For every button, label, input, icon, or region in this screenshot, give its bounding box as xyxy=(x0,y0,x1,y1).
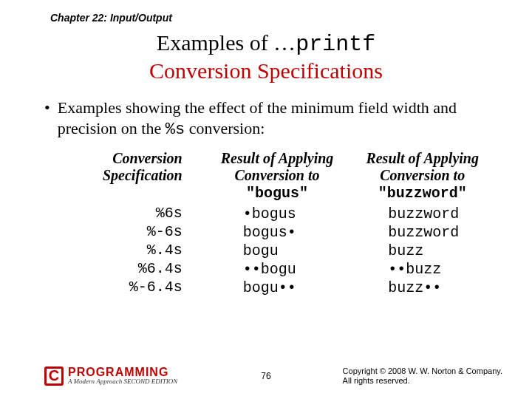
logo-subtitle: A Modern Approach SECOND EDITION xyxy=(68,378,177,385)
slide-title: Examples of …printf Conversion Specifica… xyxy=(0,30,532,84)
copyright-line: All rights reserved. xyxy=(343,376,410,385)
table-row: buzz xyxy=(349,242,495,260)
table-row: %6s xyxy=(59,204,205,222)
table-row: bogu•• xyxy=(205,279,350,297)
page-number: 76 xyxy=(261,371,270,381)
copyright: Copyright © 2008 W. W. Norton & Company.… xyxy=(343,366,502,386)
table-row: bogus• xyxy=(205,223,350,242)
col-bogus: Result of Applying Conversion to "bogus"… xyxy=(205,150,350,297)
head-text: Result of Applying xyxy=(366,150,479,166)
bullet-item: • Examples showing the effect of the min… xyxy=(44,98,502,140)
table-row: %-6s xyxy=(59,222,205,241)
col-buzzword: Result of Applying Conversion to "buzzwo… xyxy=(349,150,495,297)
bullet-text: Examples showing the effect of the minim… xyxy=(58,98,502,140)
head-text: Conversion to xyxy=(380,167,465,183)
table-row: %-6.4s xyxy=(59,278,205,296)
col-head-bogus: Result of Applying Conversion to "bogus" xyxy=(205,150,350,202)
bullet-part-b: conversion: xyxy=(185,119,265,137)
table-row: buzzword xyxy=(349,223,495,242)
head-text: Specification xyxy=(103,167,183,183)
title-prefix: Examples of … xyxy=(157,30,296,55)
chapter-label: Chapter 22: Input/Output xyxy=(50,12,172,24)
col-spec: Conversion Specification %6s %-6s %.4s %… xyxy=(59,150,205,297)
bullet-marker: • xyxy=(44,98,50,118)
title-subtitle: Conversion Specifications xyxy=(149,58,383,83)
head-text: Conversion xyxy=(112,150,182,166)
copyright-line: Copyright © 2008 W. W. Norton & Company. xyxy=(343,366,502,375)
col-head-spec: Conversion Specification xyxy=(59,150,205,201)
head-text: Result of Applying xyxy=(221,150,334,166)
head-text: Conversion to xyxy=(234,167,319,183)
table-row: %.4s xyxy=(59,241,205,259)
head-code: "buzzword" xyxy=(378,185,467,202)
head-code: "bogus" xyxy=(246,185,308,202)
table-row: buzz•• xyxy=(349,279,495,297)
table-row: ••buzz xyxy=(349,260,495,279)
table-row: ••bogu xyxy=(205,260,350,279)
table-row: bogu xyxy=(205,242,350,260)
table-row: buzzword xyxy=(349,205,495,223)
logo-title: PROGRAMMING xyxy=(68,366,177,378)
table-row: •bogus xyxy=(205,205,350,223)
logo-text: PROGRAMMING A Modern Approach SECOND EDI… xyxy=(68,366,177,385)
logo-c-icon: C xyxy=(44,366,64,386)
conversion-table: Conversion Specification %6s %-6s %.4s %… xyxy=(59,150,495,297)
bullet-code: %s xyxy=(166,120,185,139)
title-code: printf xyxy=(296,32,375,57)
book-logo: C PROGRAMMING A Modern Approach SECOND E… xyxy=(44,366,177,386)
col-head-buzzword: Result of Applying Conversion to "buzzwo… xyxy=(349,150,495,202)
table-row: %6.4s xyxy=(59,259,205,278)
footer: C PROGRAMMING A Modern Approach SECOND E… xyxy=(0,366,532,386)
